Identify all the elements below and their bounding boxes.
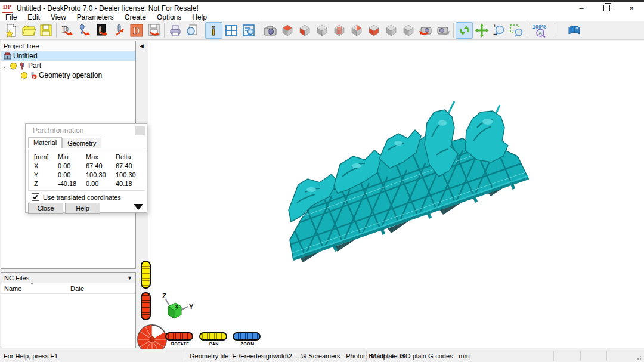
load-relief-icon	[78, 23, 92, 38]
write-nc-file-icon	[147, 23, 161, 38]
view-cube-iso-button[interactable]	[382, 22, 400, 39]
dialog-titlebar[interactable]: Part Information	[26, 124, 147, 137]
tree-item-label: Part	[28, 61, 41, 70]
load-bitmap-button[interactable]	[93, 22, 110, 39]
print-button[interactable]	[166, 22, 184, 39]
pan-speed-gauge[interactable]	[141, 261, 151, 289]
close-button[interactable]: ×	[619, 2, 644, 14]
menu-view[interactable]: View	[45, 14, 72, 21]
pan-view-button[interactable]	[473, 22, 490, 39]
minimize-button[interactable]: –	[569, 2, 594, 14]
wizard-button[interactable]: D	[128, 22, 145, 39]
zoom-100-button[interactable]: 100% A	[529, 22, 553, 39]
info-icon: i	[207, 23, 221, 38]
open-file-button[interactable]	[20, 22, 37, 39]
part-information-button[interactable]: i	[205, 22, 222, 39]
menu-parameters[interactable]: Parameters	[72, 14, 119, 21]
visibility-bulb-icon[interactable]	[21, 72, 27, 79]
toolbar-separator	[453, 23, 454, 38]
zoom-view-button[interactable]: + −	[490, 22, 507, 39]
previous-view-button[interactable]	[417, 22, 434, 39]
dialog-tabs: Material Geometry	[28, 137, 147, 148]
print-preview-button[interactable]	[184, 22, 201, 39]
column-name-label: Name	[4, 285, 21, 292]
zoom-in-out-icon: + −	[492, 23, 506, 38]
view-cube-right-button[interactable]	[313, 22, 330, 39]
new-file-button[interactable]	[2, 22, 20, 39]
rotate-view-button[interactable]	[456, 22, 473, 39]
previous-view-icon	[419, 23, 433, 38]
close-button-dialog[interactable]: Close	[28, 203, 63, 214]
menu-edit[interactable]: Edit	[22, 14, 45, 21]
toolbar-separator	[164, 23, 165, 38]
tree-item-label: Geometry operation	[39, 71, 102, 79]
rotate-speed-gauge[interactable]	[141, 292, 151, 320]
view-cube-corner-button[interactable]	[348, 22, 365, 39]
resize-grip[interactable]	[637, 354, 643, 360]
load-cutter-button[interactable]	[110, 22, 128, 39]
model-9-screamers-buildplate[interactable]	[148, 41, 644, 348]
cell: 67.40	[86, 162, 116, 169]
view-cube-shaded-button[interactable]	[400, 22, 417, 39]
tree-item-untitled[interactable]: Untitled	[1, 51, 135, 61]
dropdown-caret-icon: ▼	[127, 275, 132, 281]
camera-icon	[263, 23, 277, 38]
tab-geometry[interactable]: Geometry	[62, 138, 101, 148]
chevron-down-icon[interactable]: ⌄	[1, 63, 8, 69]
window-title: Untitled - DeskProto 7.0 - Dealer licens…	[17, 4, 199, 13]
print-preview-icon	[185, 23, 200, 38]
visibility-bulb-icon[interactable]	[10, 63, 17, 69]
pan-view-icon	[475, 23, 489, 38]
snapshot-button[interactable]	[261, 22, 278, 39]
dimensions-table: [mm] Min Max Delta X 0.00 67.40 67.40 Y …	[28, 150, 145, 191]
restore-icon	[603, 5, 610, 11]
load-relief-button[interactable]	[76, 22, 93, 39]
view-cube-left-button[interactable]	[365, 22, 382, 39]
restore-button[interactable]	[594, 2, 619, 14]
menu-file[interactable]: File	[0, 14, 22, 21]
nc-files-list[interactable]	[1, 294, 135, 349]
load-bitmap-icon	[95, 23, 109, 38]
column-header-name[interactable]: Name ⌃	[1, 283, 67, 293]
view-cube-top-icon	[280, 23, 295, 38]
use-translated-coordinates-checkbox[interactable]	[32, 193, 39, 201]
dialog-titlebar-button[interactable]	[135, 126, 145, 135]
zoom-window-button[interactable]	[507, 22, 525, 39]
load-geometry-button[interactable]: D	[58, 22, 76, 39]
zoom-slider[interactable]	[233, 332, 261, 341]
view-cube-left-icon	[367, 23, 381, 38]
nc-files-selector[interactable]: NC Files ▼	[1, 273, 135, 283]
view-cube-front-button[interactable]	[296, 22, 313, 39]
view-cube-top-button[interactable]	[278, 22, 296, 39]
tree-item-part[interactable]: ⌄ Part	[1, 61, 135, 70]
write-nc-file-button[interactable]	[145, 22, 162, 39]
save-file-button[interactable]	[37, 22, 54, 39]
menu-create[interactable]: Create	[119, 14, 151, 21]
cell: 100.30	[86, 171, 116, 178]
menu-help[interactable]: Help	[187, 14, 212, 21]
status-divider	[553, 351, 554, 361]
menu-options[interactable]: Options	[151, 14, 187, 21]
operations-overview-button[interactable]	[240, 22, 257, 39]
rotate-slider[interactable]	[165, 332, 193, 341]
view-cube-section-button[interactable]	[330, 22, 348, 39]
tab-material[interactable]: Material	[28, 137, 62, 148]
viewports-icon	[224, 23, 239, 38]
help-button-dialog[interactable]: Help	[65, 203, 100, 214]
dialog-expand-icon[interactable]	[134, 204, 143, 210]
toolbar-separator	[259, 23, 259, 38]
rotate-view-icon	[457, 23, 472, 38]
svg-text:?: ?	[575, 26, 578, 32]
axis-z-label: Z	[162, 292, 166, 299]
help-button[interactable]: ?	[565, 22, 583, 39]
pan-slider[interactable]	[199, 332, 227, 341]
viewports-button[interactable]	[222, 22, 240, 39]
axis-x-label: x	[175, 304, 178, 309]
next-view-button[interactable]	[434, 22, 451, 39]
collapse-panel-icon[interactable]: ◀	[140, 43, 144, 49]
view-cube-iso-icon	[384, 23, 398, 38]
tree-item-geometry-operation[interactable]: x Geometry operation	[1, 70, 135, 80]
status-bar: For Help, press F1 Geometry file: E:\Fre…	[0, 349, 644, 362]
column-header-date[interactable]: Date	[67, 285, 84, 292]
part-information-dialog: Part Information Material Geometry [mm] …	[25, 123, 147, 213]
